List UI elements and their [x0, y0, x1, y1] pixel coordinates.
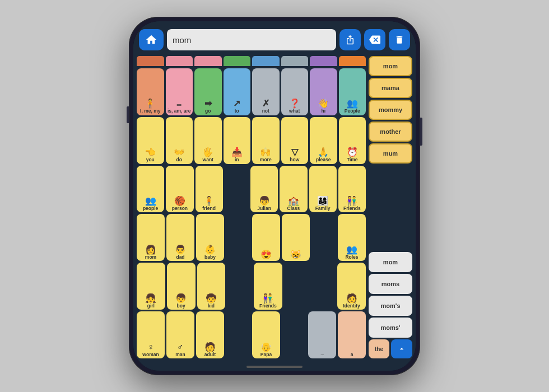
key-i-me-my[interactable]: 🧍 I, me, my: [137, 68, 164, 115]
key-boy[interactable]: 👦 boy: [167, 263, 196, 310]
suggestion-mum[interactable]: mum: [369, 143, 412, 164]
key-papa[interactable]: 👴 Papa: [252, 311, 280, 358]
key-time[interactable]: ⏰ Time: [339, 117, 366, 164]
key-label-not: not: [262, 109, 269, 114]
key-baby[interactable]: 👶 baby: [196, 214, 224, 261]
key-not[interactable]: ✗ not: [252, 68, 280, 115]
key-you[interactable]: 👈 you: [137, 117, 164, 164]
word-moms[interactable]: moms: [369, 274, 412, 294]
key-icon-do: 👐: [174, 148, 185, 157]
text-input-value: mom: [173, 35, 191, 45]
key-label-man: man: [175, 352, 185, 357]
key-label-mom: mom: [145, 255, 156, 260]
trash-button[interactable]: [389, 29, 410, 50]
key-label-papa: Papa: [260, 352, 272, 357]
key-emoji1[interactable]: 😍: [252, 214, 280, 261]
key-label-family: Family: [315, 206, 331, 211]
key-do[interactable]: 👐 do: [166, 117, 193, 164]
key-dad[interactable]: 👨 dad: [166, 214, 194, 261]
suggestion-mommy[interactable]: mommy: [369, 100, 412, 120]
key-label-friends-1: Friends: [343, 206, 361, 211]
key-arrow-right[interactable]: →: [308, 311, 336, 358]
key-empty-2: [226, 214, 250, 261]
suggestion-mama[interactable]: mama: [369, 78, 412, 98]
key-icon-want: 🖐: [202, 148, 213, 157]
key-label-woman: woman: [142, 352, 159, 357]
key-people[interactable]: 👥 people: [137, 166, 164, 213]
key-label-i: I, me, my: [140, 109, 160, 114]
key-label-identity: Identity: [343, 304, 360, 309]
grid-row-5: 👧 girl 👦 boy 🧒 kid 👫: [137, 263, 366, 310]
share-button[interactable]: [339, 29, 361, 50]
key-icon-boy: 👦: [175, 294, 187, 303]
key-identity[interactable]: 🧑 Identity: [337, 263, 366, 310]
suggestion-mom[interactable]: mom: [369, 56, 412, 76]
key-empty-8: [282, 311, 306, 358]
key-go[interactable]: ➡ go: [194, 68, 222, 115]
suggestion-mother[interactable]: mother: [369, 122, 412, 142]
key-icon-roles: 👥: [346, 245, 357, 254]
keyboard-area: 🧍 I, me, my ═ is, am, are ➡ go ↗: [133, 54, 416, 363]
key-please[interactable]: 🙏 please: [310, 117, 337, 164]
key-girl[interactable]: 👧 girl: [137, 263, 165, 310]
key-friends-1[interactable]: 👫 Friends: [338, 166, 366, 213]
key-label-a: a: [351, 352, 353, 357]
key-is-am-are[interactable]: ═ is, am, are: [166, 68, 193, 115]
key-icon-to: ↗: [233, 99, 240, 108]
key-label-friends-2: Friends: [259, 304, 277, 309]
grid-row-4: 👩 mom 👨 dad 👶 baby 😍: [137, 214, 366, 261]
word-moms-apos2[interactable]: moms': [369, 318, 412, 338]
home-button[interactable]: [139, 29, 164, 50]
text-input-bar[interactable]: mom: [167, 29, 336, 50]
main-grid: 🧍 I, me, my ═ is, am, are ➡ go ↗: [137, 56, 366, 358]
key-kid[interactable]: 🧒 kid: [197, 263, 226, 310]
key-friends-2[interactable]: 👫 Friends: [254, 263, 282, 310]
grid-row-6: ♀ woman ♂ man 🧑 adult 👴: [137, 311, 366, 358]
key-adult[interactable]: 🧑 adult: [196, 311, 224, 358]
key-friend[interactable]: 🧍 friend: [196, 166, 223, 213]
key-label-people: people: [143, 206, 158, 211]
key-julian[interactable]: 👦 Julian: [250, 166, 278, 213]
key-icon-more: 🙌: [260, 148, 271, 157]
home-indicator: [133, 363, 416, 371]
key-person[interactable]: 🏀 person: [166, 166, 193, 213]
key-icon-you: 👈: [145, 148, 156, 157]
strip-gray: [281, 56, 309, 66]
bottom-right: mom moms mom's moms' the: [369, 165, 412, 358]
key-icon-please: 🙏: [318, 148, 329, 157]
word-mom[interactable]: mom: [369, 252, 412, 272]
key-empty-7: [226, 311, 250, 358]
key-empty-4: [227, 263, 252, 310]
key-more[interactable]: 🙌 more: [252, 117, 280, 164]
key-label-boy: boy: [177, 304, 185, 309]
key-label-kid: kid: [208, 304, 215, 309]
key-icon-man: ♂: [177, 343, 184, 352]
key-woman[interactable]: ♀ woman: [137, 311, 165, 358]
key-icon-family: 👨‍👩‍👧: [317, 197, 328, 206]
key-mom[interactable]: 👩 mom: [137, 214, 165, 261]
key-up-arrow[interactable]: [391, 339, 412, 358]
key-people-header[interactable]: 👥 People: [339, 68, 366, 115]
right-panel: mom mama mommy mother mum: [369, 56, 412, 358]
key-in[interactable]: 📥 in: [224, 117, 251, 164]
phone-screen: mom: [133, 21, 416, 371]
key-roles[interactable]: 👥 Roles: [338, 214, 366, 261]
key-a[interactable]: a: [338, 311, 366, 358]
key-the[interactable]: the: [369, 339, 389, 358]
key-icon-class: 🏫: [288, 197, 299, 206]
key-family[interactable]: 👨‍👩‍👧 Family: [309, 166, 337, 213]
key-how[interactable]: ▽ how: [281, 117, 309, 164]
key-to[interactable]: ↗ to: [224, 68, 251, 115]
key-want[interactable]: 🖐 want: [194, 117, 222, 164]
key-icon-girl: 👧: [145, 294, 156, 303]
key-emoji2[interactable]: 😸: [282, 214, 310, 261]
key-what[interactable]: ❓ what: [281, 68, 309, 115]
key-icon-kid: 🧒: [206, 294, 217, 303]
delete-button[interactable]: [364, 29, 385, 50]
word-moms-apos[interactable]: mom's: [369, 296, 412, 316]
word-mom-label: mom: [383, 259, 398, 265]
key-class[interactable]: 🏫 Class: [280, 166, 307, 213]
key-icon-people-header: 👥: [347, 99, 358, 108]
key-man[interactable]: ♂ man: [166, 311, 194, 358]
key-hi[interactable]: 👋 hi: [310, 68, 337, 115]
